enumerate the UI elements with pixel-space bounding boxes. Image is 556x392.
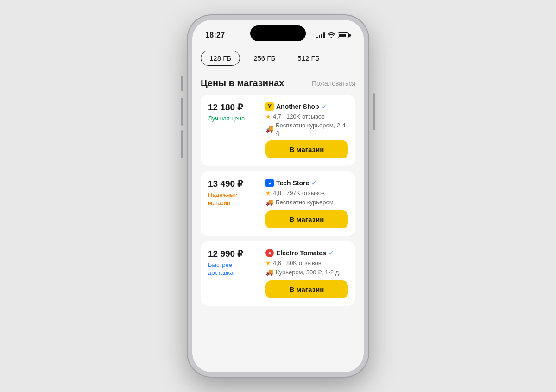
shop-name-row-1: ● Tech Store ✓	[265, 179, 348, 187]
star-icon-2: ★	[265, 259, 271, 266]
shop-name-0: Another Shop	[276, 103, 319, 110]
shop-name-row-0: Y Another Shop ✓	[265, 102, 348, 111]
delivery-icon-1: 🚚	[265, 198, 273, 206]
shop-delivery-2: 🚚 Курьером, 300 ₽, 1-2 д.	[265, 268, 348, 276]
star-icon-0: ★	[265, 113, 271, 120]
verified-icon-2: ✓	[329, 249, 334, 257]
complaint-link[interactable]: Пожаловаться	[312, 80, 355, 87]
shop-info-2: ● Electro Tomates ✓ ★ 4,6 · 80K отзывов …	[265, 249, 348, 276]
card-right-2: ● Electro Tomates ✓ ★ 4,6 · 80K отзывов …	[265, 249, 348, 298]
card-left-2: 12 990 ₽ Быстреедоставка	[208, 249, 259, 298]
card-badge-0: Лучшая цена	[208, 115, 259, 123]
card-price-1: 13 490 ₽	[208, 179, 259, 190]
shop-rating-0: ★ 4,7 · 120K отзывов	[265, 113, 348, 120]
section-title: Цены в магазинах	[201, 78, 284, 89]
shop-rating-1: ★ 4,8 · 797K отзывов	[265, 190, 348, 196]
tab-256gb[interactable]: 256 ГБ	[245, 51, 284, 66]
card-left-1: 13 490 ₽ Надёжныймагазин	[208, 179, 259, 228]
delivery-icon-2: 🚚	[265, 268, 273, 276]
volume-up-button	[181, 98, 183, 126]
verified-icon-1: ✓	[311, 179, 317, 187]
signal-icon	[316, 32, 325, 38]
shop-name-1: Tech Store	[276, 179, 309, 187]
visit-btn-1[interactable]: В магазин	[265, 210, 348, 228]
card-badge-1: Надёжныймагазин	[208, 191, 259, 207]
star-icon-1: ★	[265, 190, 271, 196]
battery-icon	[338, 32, 351, 38]
shop-logo-0: Y	[265, 102, 274, 111]
card-price-2: 12 990 ₽	[208, 249, 259, 259]
shop-name-2: Electro Tomates	[276, 249, 326, 257]
phone-frame: 18:27	[188, 15, 368, 377]
status-bar: 18:27	[192, 20, 364, 44]
shop-name-row-2: ● Electro Tomates ✓	[265, 249, 348, 257]
storage-tabs: 128 ГБ 256 ГБ 512 ГБ	[201, 49, 355, 68]
tab-512gb[interactable]: 512 ГБ	[289, 51, 328, 66]
tab-128gb[interactable]: 128 ГБ	[201, 51, 240, 66]
card-price-0: 12 180 ₽	[208, 102, 259, 113]
wifi-icon	[328, 32, 335, 39]
shop-info-0: Y Another Shop ✓ ★ 4,7 · 120K отзывов 🚚 …	[265, 102, 348, 136]
shop-delivery-1: 🚚 Бесплатно курьером	[265, 198, 348, 206]
shop-logo-2: ●	[265, 249, 274, 257]
mute-button	[181, 76, 183, 91]
status-time: 18:27	[205, 31, 225, 39]
visit-btn-2[interactable]: В магазин	[265, 280, 348, 298]
delivery-icon-0: 🚚	[265, 125, 273, 133]
card-badge-2: Быстреедоставка	[208, 261, 259, 277]
shop-cards-container: 12 180 ₽ Лучшая цена Y Another Shop ✓ ★ …	[201, 95, 355, 306]
shop-delivery-0: 🚚 Бесплатно курьером, 2-4 д.	[265, 122, 348, 136]
shop-logo-1: ●	[265, 179, 274, 187]
phone-screen: 18:27	[192, 20, 364, 372]
power-button	[373, 93, 375, 130]
card-left-0: 12 180 ₽ Лучшая цена	[208, 102, 259, 158]
card-right-1: ● Tech Store ✓ ★ 4,8 · 797K отзывов 🚚 Бе…	[265, 179, 348, 228]
shop-card-2: 12 990 ₽ Быстреедоставка ● Electro Tomat…	[201, 241, 355, 306]
shop-info-1: ● Tech Store ✓ ★ 4,8 · 797K отзывов 🚚 Бе…	[265, 179, 348, 206]
section-header: Цены в магазинах Пожаловаться	[201, 78, 355, 89]
shop-card-0: 12 180 ₽ Лучшая цена Y Another Shop ✓ ★ …	[201, 95, 355, 166]
volume-down-button	[181, 130, 183, 158]
verified-icon-0: ✓	[322, 103, 327, 110]
shop-rating-2: ★ 4,6 · 80K отзывов	[265, 259, 348, 266]
status-icons	[316, 32, 351, 39]
phone-mockup: 18:27	[188, 15, 368, 377]
shop-card-1: 13 490 ₽ Надёжныймагазин ● Tech Store ✓ …	[201, 171, 355, 236]
screen-content[interactable]: 128 ГБ 256 ГБ 512 ГБ Цены в магазинах По…	[192, 44, 364, 372]
card-right-0: Y Another Shop ✓ ★ 4,7 · 120K отзывов 🚚 …	[265, 102, 348, 158]
visit-btn-0[interactable]: В магазин	[265, 140, 348, 158]
dynamic-island	[250, 25, 306, 41]
